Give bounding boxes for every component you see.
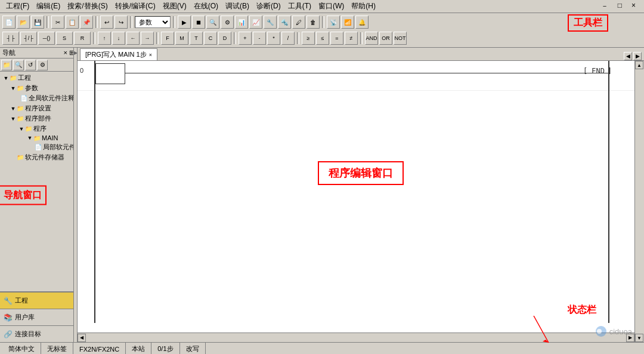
tb-r2-b6[interactable]: M: [175, 32, 188, 45]
menu-tools[interactable]: 工具(T): [284, 0, 315, 13]
tab-scroll-left[interactable]: ◀: [624, 52, 632, 60]
params-dropdown[interactable]: 参数: [135, 16, 171, 28]
menu-online[interactable]: 在线(O): [190, 0, 222, 13]
tree-item-project[interactable]: ▼ 📁 工程: [1, 73, 76, 83]
tb-r2-b15[interactable]: ≤: [316, 32, 329, 45]
tb-r2-b18[interactable]: AND: [365, 32, 378, 45]
tree-item-device-mem[interactable]: 📁 软元件存储器: [1, 152, 76, 162]
scroll-left-btn[interactable]: ◀: [78, 334, 86, 342]
tb-r1-b8[interactable]: 🔩: [278, 16, 291, 29]
tb-r1-b10[interactable]: 🗑: [306, 16, 320, 29]
menu-help[interactable]: 帮助(H): [348, 0, 379, 13]
tab-label: [PRG]写入 MAIN 1步: [85, 50, 147, 59]
tb-r1-b11[interactable]: 📡: [327, 16, 340, 29]
tree-item-global-comment[interactable]: 📄 全局软元件注释: [1, 93, 76, 103]
window-minimize[interactable]: －: [597, 0, 612, 13]
menu-project[interactable]: 工程(F): [2, 0, 33, 13]
menu-debug[interactable]: 调试(B): [222, 0, 253, 13]
tb-r2-b8[interactable]: C: [204, 32, 217, 45]
status-language: 简体中文: [2, 343, 41, 354]
status-bar: 简体中文 无标签 FX2N/FX2NC 本站 0/1步 改写 状态栏: [0, 342, 644, 354]
tb-r2-b1[interactable]: ↑: [98, 32, 111, 45]
tb-new[interactable]: 📄: [2, 16, 16, 29]
tb-r2-b16[interactable]: =: [330, 32, 343, 45]
tb-copy[interactable]: 📋: [66, 16, 79, 29]
nav-tb-settings[interactable]: ⚙: [37, 60, 48, 70]
tb-r2-b17[interactable]: ≠: [345, 32, 358, 45]
menu-view[interactable]: 视图(V): [159, 0, 190, 13]
editor-scrollbar-vertical[interactable]: ▲ ▼: [634, 61, 644, 342]
tb-open[interactable]: 📂: [17, 16, 30, 29]
nav-tb-new-folder[interactable]: 📁: [1, 60, 12, 70]
tb-reset[interactable]: R: [74, 32, 91, 45]
tb-r2-b5[interactable]: F: [161, 32, 174, 45]
tb-sep-r2-2: [156, 32, 159, 44]
tb-coil[interactable]: ─(): [38, 32, 55, 45]
watermark-logo: [595, 325, 607, 337]
nav-resize-handle[interactable]: ▶: [73, 48, 77, 342]
scroll-down-btn[interactable]: ▼: [635, 334, 643, 342]
nav-tab-userlib[interactable]: 📚 用户库: [0, 309, 77, 325]
watermark: ciduoa: [595, 325, 632, 337]
nav-tab-project[interactable]: 🔧 工程: [0, 292, 77, 309]
tb-sep-r2-3: [234, 32, 236, 44]
tree-item-local-comment[interactable]: 📄 局部软元件注释: [1, 142, 76, 152]
tb-r2-b11[interactable]: -: [253, 32, 266, 45]
nav-tb-search[interactable]: 🔍: [13, 60, 24, 70]
tree-item-params[interactable]: ▼ 📁 参数: [1, 83, 76, 93]
ladder-contact[interactable]: [95, 63, 125, 84]
menu-bar: 工程(F) 编辑(E) 搜索/替换(S) 转换/编译(C) 视图(V) 在线(O…: [0, 0, 644, 13]
tb-r1-b5[interactable]: 📊: [235, 16, 248, 29]
menu-search[interactable]: 搜索/替换(S): [64, 0, 111, 13]
tree-item-prog-settings[interactable]: ▼ 📁 程序设置: [1, 103, 76, 113]
tb-r1-b1[interactable]: ▶: [178, 16, 191, 29]
tb-r1-b4[interactable]: ⚙: [221, 16, 234, 29]
window-restore[interactable]: □: [614, 0, 626, 13]
tb-r1-b7[interactable]: 🔧: [264, 16, 277, 29]
tb-r2-b19[interactable]: OR: [379, 32, 392, 45]
tb-r2-b14[interactable]: ≥: [302, 32, 315, 45]
tb-r1-b13[interactable]: 🔔: [355, 16, 369, 29]
nav-tb-refresh[interactable]: ↺: [25, 60, 36, 70]
menu-convert[interactable]: 转换/编译(C): [112, 0, 159, 13]
tb-contact-no[interactable]: ┤├: [2, 32, 19, 45]
tb-undo[interactable]: ↩: [100, 16, 113, 29]
tb-r2-b10[interactable]: +: [239, 32, 252, 45]
tb-set[interactable]: S: [56, 32, 73, 45]
tb-r2-b2[interactable]: ↓: [112, 32, 125, 45]
tb-r2-b4[interactable]: →: [141, 32, 154, 45]
menu-diag[interactable]: 诊断(D): [253, 0, 284, 13]
tb-paste[interactable]: 📌: [80, 16, 93, 29]
scroll-up-btn[interactable]: ▲: [635, 61, 643, 69]
tb-r2-b9[interactable]: D: [218, 32, 231, 45]
tb-r1-b12[interactable]: 📶: [341, 16, 354, 29]
tab-scroll-right[interactable]: ▶: [633, 52, 642, 60]
tb-save[interactable]: 💾: [31, 16, 44, 29]
tb-contact-nc[interactable]: ┤/├: [20, 32, 37, 45]
tree-item-prog-parts[interactable]: ▼ 📁 程序部件: [1, 113, 76, 124]
editor-scrollbar-horizontal[interactable]: ◀ ▶: [78, 333, 634, 342]
nav-tab-connection[interactable]: 🔗 连接目标: [0, 325, 77, 342]
tb-r2-b20[interactable]: NOT: [394, 32, 407, 45]
tb-r1-b3[interactable]: 🔍: [206, 16, 219, 29]
tree-item-program[interactable]: ▼ 📁 程序: [1, 124, 76, 134]
ladder-diagram[interactable]: 0 [ END ]: [78, 61, 634, 333]
tb-r2-b3[interactable]: ←: [126, 32, 140, 45]
tb-r1-b6[interactable]: 📈: [249, 16, 262, 29]
window-close[interactable]: ×: [628, 0, 639, 13]
right-power-rail: [608, 61, 609, 323]
tb-r1-b2[interactable]: ⏹: [192, 16, 205, 29]
tree-item-main[interactable]: ▼ 📁 MAIN: [1, 134, 76, 142]
tab-close-btn[interactable]: ×: [149, 52, 152, 58]
editor-content[interactable]: 0 [ END ] 程序编辑窗口 ▲: [78, 61, 644, 342]
editor-tab-main[interactable]: [PRG]写入 MAIN 1步 ×: [80, 48, 157, 60]
nav-title-label: 导航: [2, 48, 16, 57]
menu-edit[interactable]: 编辑(E): [33, 0, 64, 13]
menu-window[interactable]: 窗口(W): [315, 0, 348, 13]
tb-r2-b7[interactable]: T: [190, 32, 203, 45]
tb-r2-b12[interactable]: *: [267, 32, 280, 45]
tb-r2-b13[interactable]: /: [281, 32, 295, 45]
tb-cut[interactable]: ✂: [51, 16, 64, 29]
tb-redo[interactable]: ↪: [114, 16, 128, 29]
tb-r1-b9[interactable]: 🖊: [292, 16, 305, 29]
